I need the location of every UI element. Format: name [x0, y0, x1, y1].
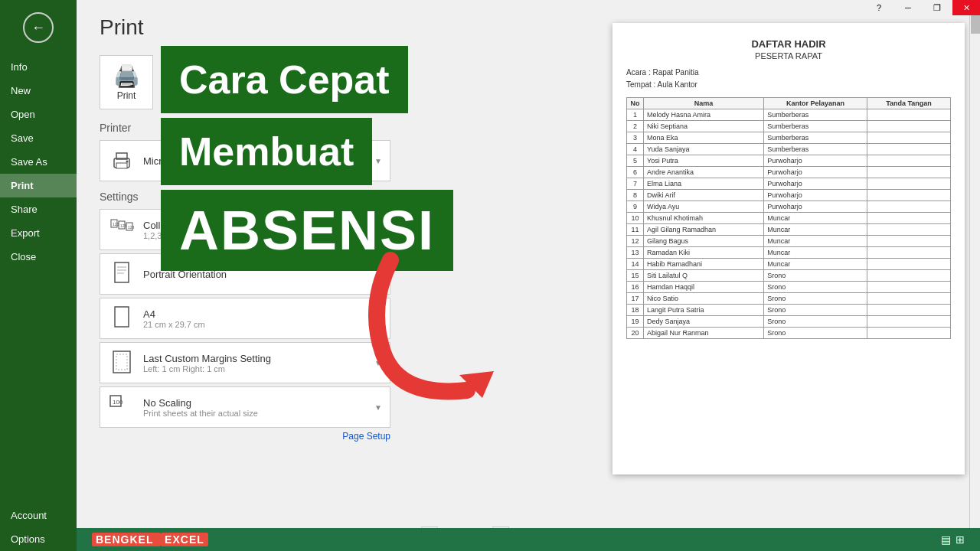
scaling-icon: 100 — [108, 393, 136, 421]
sidebar-item-new[interactable]: New — [0, 79, 77, 103]
table-row: 18Langit Putra SatriaSrono — [627, 305, 951, 316]
scaling-setting[interactable]: 100 No Scaling Print sheets at their act… — [100, 386, 390, 428]
print-button[interactable]: 🖨️ Print — [100, 55, 153, 109]
margins-label: Last Custom Margins Setting — [143, 353, 374, 364]
print-preview: DAFTAR HADIR PESERTA RAPAT Acara : Rapat… — [612, 23, 965, 474]
table-row: 5Yosi PutraPurwoharjo — [627, 155, 951, 167]
sidebar-item-save[interactable]: Save — [0, 126, 77, 150]
brand-text: BENGKEL — [92, 533, 161, 546]
table-row: 9Widya AyuPurwoharjo — [627, 201, 951, 213]
orientation-dropdown-arrow: ▼ — [374, 270, 382, 279]
table-row: 7Elma LianaPurwoharjo — [627, 178, 951, 190]
copies-label: Copies: — [165, 67, 211, 77]
table-row: 1Melody Hasna AmiraSumberberas — [627, 109, 951, 121]
sidebar-item-close[interactable]: Close — [0, 245, 77, 269]
main-content: Print 🖨️ Print Copies: Printer — [77, 0, 980, 551]
sidebar-item-open[interactable]: Open — [0, 103, 77, 126]
scrollbar[interactable] — [969, 0, 980, 551]
svg-rect-16 — [116, 354, 127, 370]
sidebar-item-account[interactable]: Account — [0, 504, 77, 527]
orientation-label: Portrait Orientation — [143, 269, 374, 280]
svg-text:123: 123 — [120, 223, 127, 228]
table-row: 12Gilang BagusMuncar — [627, 236, 951, 247]
scaling-dropdown-arrow: ▼ — [374, 403, 382, 412]
paper-dropdown-arrow: ▼ — [374, 315, 382, 323]
sidebar-item-options[interactable]: Options — [0, 527, 77, 551]
sidebar-item-info[interactable]: Info — [0, 55, 77, 79]
collated-setting[interactable]: 123 123 123 Collated 1,2,3 1,2,3 1,2,3 ▼ — [100, 209, 390, 250]
table-row: 13Ramadan KikiMuncar — [627, 247, 951, 259]
printer-name: Microsoft Print to PDF — [143, 155, 374, 167]
collated-icon: 123 123 123 — [108, 216, 136, 243]
bottom-bar: BENGKEL EXCEL ▤ ⊞ — [77, 528, 980, 551]
table-row: 6Andre AnantikaPurwoharjo — [627, 167, 951, 178]
svg-text:100: 100 — [113, 399, 123, 406]
printer-selector[interactable]: Microsoft Print to PDF ▼ — [100, 140, 390, 181]
table-row: 19Dedy SanjayaSrono — [627, 316, 951, 328]
table-row: 10Khusnul KhotimahMuncar — [627, 213, 951, 224]
col-header-tanda: Tanda Tangan — [867, 98, 951, 109]
sidebar: ← Info New Open Save Save As Print Share… — [0, 0, 77, 551]
settings-section-label: Settings — [100, 191, 390, 203]
table-row: 17Nico SatioSrono — [627, 293, 951, 305]
margins-sublabel: Left: 1 cm Right: 1 cm — [143, 364, 374, 373]
printer-section-label: Printer — [100, 122, 390, 134]
sidebar-item-print[interactable]: Print — [0, 174, 77, 197]
scaling-label: No Scaling — [143, 397, 374, 409]
collated-dropdown-arrow: ▼ — [374, 226, 382, 234]
orientation-setting[interactable]: Portrait Orientation ▼ — [100, 253, 390, 295]
page-layout-view-button[interactable]: ⊞ — [956, 533, 965, 546]
col-header-kantor: Kantor Pelayanan — [764, 98, 867, 109]
table-row: 4Yuda SanjayaSumberberas — [627, 144, 951, 155]
printer-setting-icon — [108, 147, 136, 174]
table-row: 16Hamdan HaqqilSrono — [627, 282, 951, 293]
preview-table: No Nama Kantor Pelayanan Tanda Tangan 1M… — [626, 97, 951, 339]
restore-button[interactable]: ❐ — [923, 0, 951, 15]
brand-highlight: EXCEL — [161, 533, 208, 546]
collated-sublabel: 1,2,3 1,2,3 1,2,3 — [143, 231, 374, 240]
preview-meta-tempat: Tempat : Aula Kantor — [626, 79, 951, 91]
view-controls: ▤ ⊞ — [941, 533, 965, 546]
table-row: 20Abigail Nur RanmanSrono — [627, 328, 951, 339]
print-btn-label: Print — [117, 90, 136, 101]
table-row: 3Mona EkaSumberberas — [627, 132, 951, 144]
page-setup-link[interactable]: Page Setup — [100, 431, 390, 442]
scaling-sublabel: Print sheets at their actual size — [143, 409, 374, 418]
svg-rect-2 — [116, 163, 127, 168]
svg-point-3 — [126, 161, 129, 163]
sidebar-item-share[interactable]: Share — [0, 197, 77, 221]
preview-doc-title: DAFTAR HADIR — [626, 38, 951, 50]
preview-meta-acara: Acara : Rapat Panitia — [626, 67, 951, 79]
help-button[interactable]: ? — [865, 0, 893, 15]
table-row: 11Agil Gilang RamadhanMuncar — [627, 224, 951, 236]
margins-setting[interactable]: Last Custom Margins Setting Left: 1 cm R… — [100, 342, 390, 383]
normal-view-button[interactable]: ▤ — [941, 533, 951, 546]
table-row: 2Niki SeptianaSumberberas — [627, 121, 951, 132]
sidebar-item-save-as[interactable]: Save As — [0, 150, 77, 174]
paper-label: A4 — [143, 308, 374, 320]
collated-label: Collated — [143, 220, 374, 231]
printer-icon: 🖨️ — [113, 64, 140, 89]
svg-text:123: 123 — [128, 225, 135, 230]
paper-icon — [108, 305, 136, 332]
table-row: 8Dwiki ArifPurwoharjo — [627, 190, 951, 201]
close-window-button[interactable]: ✕ — [952, 0, 980, 15]
minimize-button[interactable]: ─ — [894, 0, 922, 15]
printer-dropdown-arrow: ▼ — [374, 157, 382, 165]
orientation-icon — [108, 260, 136, 288]
table-row: 15Siti Lailatul QSrono — [627, 270, 951, 282]
margins-icon — [108, 349, 136, 377]
paper-sublabel: 21 cm x 29.7 cm — [143, 320, 374, 329]
margins-dropdown-arrow: ▼ — [374, 359, 382, 367]
svg-text:123: 123 — [113, 222, 119, 227]
preview-doc-subtitle: PESERTA RAPAT — [626, 51, 951, 60]
svg-rect-10 — [115, 262, 129, 282]
svg-rect-14 — [115, 307, 129, 327]
paper-setting[interactable]: A4 21 cm x 29.7 cm ▼ — [100, 298, 390, 339]
col-header-nama: Nama — [644, 98, 764, 109]
copies-input[interactable] — [165, 80, 211, 98]
col-header-no: No — [627, 98, 644, 109]
back-button[interactable]: ← — [23, 12, 54, 43]
sidebar-item-export[interactable]: Export — [0, 221, 77, 245]
table-row: 14Habib RamadhaniMuncar — [627, 259, 951, 270]
